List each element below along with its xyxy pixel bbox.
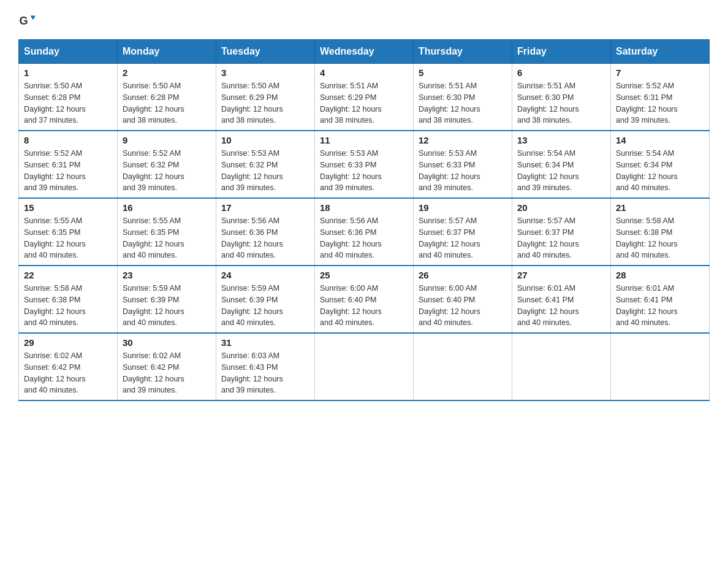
day-number: 24 — [221, 270, 309, 280]
day-info: Sunrise: 5:53 AMSunset: 6:33 PMDaylight:… — [320, 149, 382, 192]
calendar-cell: 20 Sunrise: 5:57 AMSunset: 6:37 PMDaylig… — [512, 198, 611, 266]
day-info: Sunrise: 5:52 AMSunset: 6:31 PMDaylight:… — [24, 149, 86, 192]
day-info: Sunrise: 5:55 AMSunset: 6:35 PMDaylight:… — [123, 216, 184, 259]
day-number: 29 — [24, 337, 112, 348]
calendar-cell: 11 Sunrise: 5:53 AMSunset: 6:33 PMDaylig… — [315, 131, 414, 198]
day-number: 23 — [123, 270, 211, 280]
week-row-2: 8 Sunrise: 5:52 AMSunset: 6:31 PMDayligh… — [19, 131, 710, 198]
calendar-cell: 13 Sunrise: 5:54 AMSunset: 6:34 PMDaylig… — [512, 131, 611, 198]
day-info: Sunrise: 5:53 AMSunset: 6:33 PMDaylight:… — [419, 149, 480, 192]
calendar-cell: 9 Sunrise: 5:52 AMSunset: 6:32 PMDayligh… — [118, 131, 216, 198]
calendar-cell — [414, 333, 512, 400]
day-number: 4 — [320, 67, 408, 78]
calendar-cell: 6 Sunrise: 5:51 AMSunset: 6:30 PMDayligh… — [512, 64, 611, 131]
calendar-cell: 30 Sunrise: 6:02 AMSunset: 6:42 PMDaylig… — [118, 333, 216, 400]
day-info: Sunrise: 5:58 AMSunset: 6:38 PMDaylight:… — [24, 284, 86, 327]
calendar-cell — [512, 333, 611, 400]
day-number: 31 — [221, 337, 309, 348]
week-row-5: 29 Sunrise: 6:02 AMSunset: 6:42 PMDaylig… — [19, 333, 710, 400]
calendar-table: SundayMondayTuesdayWednesdayThursdayFrid… — [18, 39, 710, 401]
calendar-cell: 10 Sunrise: 5:53 AMSunset: 6:32 PMDaylig… — [216, 131, 315, 198]
day-number: 3 — [221, 67, 309, 78]
day-info: Sunrise: 5:56 AMSunset: 6:36 PMDaylight:… — [320, 216, 382, 259]
day-info: Sunrise: 6:01 AMSunset: 6:41 PMDaylight:… — [616, 284, 678, 327]
day-number: 21 — [616, 202, 704, 213]
calendar-cell: 22 Sunrise: 5:58 AMSunset: 6:38 PMDaylig… — [19, 266, 118, 333]
day-info: Sunrise: 5:57 AMSunset: 6:37 PMDaylight:… — [419, 216, 480, 259]
day-info: Sunrise: 5:59 AMSunset: 6:39 PMDaylight:… — [221, 284, 283, 327]
calendar-cell: 23 Sunrise: 5:59 AMSunset: 6:39 PMDaylig… — [118, 266, 216, 333]
day-info: Sunrise: 5:50 AMSunset: 6:28 PMDaylight:… — [123, 82, 184, 124]
day-info: Sunrise: 6:02 AMSunset: 6:42 PMDaylight:… — [123, 351, 184, 394]
week-row-4: 22 Sunrise: 5:58 AMSunset: 6:38 PMDaylig… — [19, 266, 710, 333]
day-number: 28 — [616, 270, 704, 280]
day-number: 5 — [419, 67, 507, 78]
day-number: 2 — [123, 67, 211, 78]
calendar-cell — [315, 333, 414, 400]
calendar-cell: 29 Sunrise: 6:02 AMSunset: 6:42 PMDaylig… — [19, 333, 118, 400]
week-row-3: 15 Sunrise: 5:55 AMSunset: 6:35 PMDaylig… — [19, 198, 710, 266]
weekday-header-friday: Friday — [512, 40, 611, 64]
day-info: Sunrise: 5:54 AMSunset: 6:34 PMDaylight:… — [517, 149, 579, 192]
day-number: 25 — [320, 270, 408, 280]
weekday-header-saturday: Saturday — [611, 40, 710, 64]
weekday-header-thursday: Thursday — [414, 40, 512, 64]
calendar-cell: 12 Sunrise: 5:53 AMSunset: 6:33 PMDaylig… — [414, 131, 512, 198]
calendar-cell: 26 Sunrise: 6:00 AMSunset: 6:40 PMDaylig… — [414, 266, 512, 333]
calendar-cell: 17 Sunrise: 5:56 AMSunset: 6:36 PMDaylig… — [216, 198, 315, 266]
calendar-cell: 3 Sunrise: 5:50 AMSunset: 6:29 PMDayligh… — [216, 64, 315, 131]
calendar-cell: 5 Sunrise: 5:51 AMSunset: 6:30 PMDayligh… — [414, 64, 512, 131]
day-number: 6 — [517, 67, 605, 78]
day-info: Sunrise: 5:50 AMSunset: 6:29 PMDaylight:… — [221, 82, 283, 124]
calendar-cell: 24 Sunrise: 5:59 AMSunset: 6:39 PMDaylig… — [216, 266, 315, 333]
day-info: Sunrise: 6:00 AMSunset: 6:40 PMDaylight:… — [320, 284, 382, 327]
day-info: Sunrise: 5:51 AMSunset: 6:29 PMDaylight:… — [320, 82, 382, 124]
day-number: 1 — [24, 67, 112, 78]
day-info: Sunrise: 5:57 AMSunset: 6:37 PMDaylight:… — [517, 216, 579, 259]
day-number: 15 — [24, 202, 112, 213]
day-info: Sunrise: 6:01 AMSunset: 6:41 PMDaylight:… — [517, 284, 579, 327]
calendar-cell: 21 Sunrise: 5:58 AMSunset: 6:38 PMDaylig… — [611, 198, 710, 266]
svg-marker-1 — [31, 16, 36, 20]
day-number: 26 — [419, 270, 507, 280]
day-number: 11 — [320, 135, 408, 145]
weekday-header-monday: Monday — [118, 40, 216, 64]
calendar-cell: 28 Sunrise: 6:01 AMSunset: 6:41 PMDaylig… — [611, 266, 710, 333]
day-info: Sunrise: 5:55 AMSunset: 6:35 PMDaylight:… — [24, 216, 86, 259]
page-header: G — [18, 12, 710, 29]
calendar-cell: 27 Sunrise: 6:01 AMSunset: 6:41 PMDaylig… — [512, 266, 611, 333]
calendar-cell: 19 Sunrise: 5:57 AMSunset: 6:37 PMDaylig… — [414, 198, 512, 266]
calendar-cell: 14 Sunrise: 5:54 AMSunset: 6:34 PMDaylig… — [611, 131, 710, 198]
day-info: Sunrise: 5:51 AMSunset: 6:30 PMDaylight:… — [517, 82, 579, 124]
day-info: Sunrise: 5:58 AMSunset: 6:38 PMDaylight:… — [616, 216, 678, 259]
calendar-cell: 8 Sunrise: 5:52 AMSunset: 6:31 PMDayligh… — [19, 131, 118, 198]
day-number: 16 — [123, 202, 211, 213]
day-number: 20 — [517, 202, 605, 213]
day-info: Sunrise: 5:50 AMSunset: 6:28 PMDaylight:… — [24, 82, 86, 124]
weekday-header-tuesday: Tuesday — [216, 40, 315, 64]
weekday-header-row: SundayMondayTuesdayWednesdayThursdayFrid… — [19, 40, 710, 64]
day-number: 12 — [419, 135, 507, 145]
week-row-1: 1 Sunrise: 5:50 AMSunset: 6:28 PMDayligh… — [19, 64, 710, 131]
calendar-cell: 25 Sunrise: 6:00 AMSunset: 6:40 PMDaylig… — [315, 266, 414, 333]
day-number: 14 — [616, 135, 704, 145]
day-number: 19 — [419, 202, 507, 213]
calendar-cell — [611, 333, 710, 400]
day-number: 18 — [320, 202, 408, 213]
calendar-cell: 15 Sunrise: 5:55 AMSunset: 6:35 PMDaylig… — [19, 198, 118, 266]
day-number: 13 — [517, 135, 605, 145]
day-number: 9 — [123, 135, 211, 145]
weekday-header-wednesday: Wednesday — [315, 40, 414, 64]
day-number: 7 — [616, 67, 704, 78]
day-info: Sunrise: 5:52 AMSunset: 6:31 PMDaylight:… — [616, 82, 678, 124]
day-info: Sunrise: 5:52 AMSunset: 6:32 PMDaylight:… — [123, 149, 184, 192]
calendar-cell: 1 Sunrise: 5:50 AMSunset: 6:28 PMDayligh… — [19, 64, 118, 131]
day-number: 27 — [517, 270, 605, 280]
calendar-cell: 18 Sunrise: 5:56 AMSunset: 6:36 PMDaylig… — [315, 198, 414, 266]
calendar-cell: 16 Sunrise: 5:55 AMSunset: 6:35 PMDaylig… — [118, 198, 216, 266]
day-info: Sunrise: 6:02 AMSunset: 6:42 PMDaylight:… — [24, 351, 86, 394]
svg-text:G: G — [19, 15, 28, 27]
day-number: 22 — [24, 270, 112, 280]
day-number: 8 — [24, 135, 112, 145]
day-info: Sunrise: 5:56 AMSunset: 6:36 PMDaylight:… — [221, 216, 283, 259]
